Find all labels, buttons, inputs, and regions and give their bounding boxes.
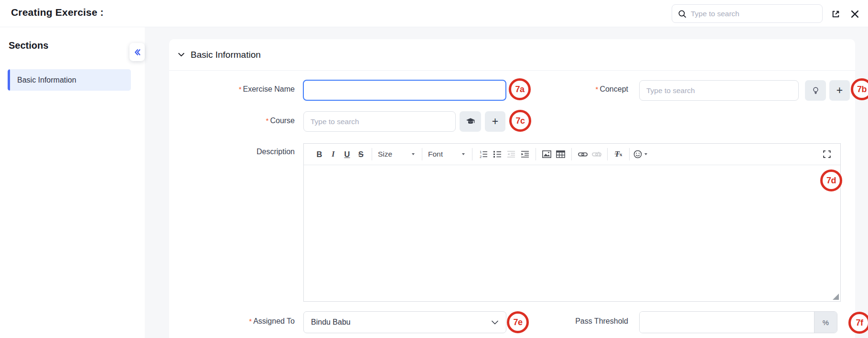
description-editor: B I U S Size Font 1 [303,143,841,302]
close-icon [851,10,859,18]
editor-toolbar: B I U S Size Font 1 [304,144,840,165]
concept-suggest-button[interactable] [805,80,826,101]
numbered-list-button[interactable]: 1 2 [476,147,490,161]
required-marker: * [239,85,242,93]
page-title: Creating Exercise : [11,7,104,18]
required-marker: * [249,317,252,325]
assigned-to-value: Bindu Babu [311,318,351,327]
sidebar-item-label: Basic Information [10,76,76,84]
toolbar-separator [472,148,472,160]
open-in-new-icon [831,9,841,19]
italic-button[interactable]: I [326,147,340,161]
pass-threshold-group: % [639,311,837,333]
maximize-editor-button[interactable] [820,147,834,161]
sidebar-item-basic-information[interactable]: Basic Information [8,69,131,91]
annotation-7f: 7f [848,312,868,334]
course-badge-icon [466,117,475,126]
annotation-7a: 7a [509,78,531,100]
toolbar-separator [571,148,572,160]
caret-down-icon [462,153,465,155]
chevron-down-icon [492,320,498,325]
emoji-button[interactable] [633,147,647,161]
section-title: Basic Information [191,50,261,60]
section-header-basic-information[interactable]: Basic Information [169,39,855,71]
collapse-sidebar-button[interactable] [129,43,145,61]
remove-format-button[interactable]: Tx [611,147,625,161]
description-label: Description [257,148,295,156]
unlink-icon [592,151,601,158]
description-editing-area[interactable] [304,165,840,301]
annotation-7b: 7b [851,78,868,100]
toolbar-separator [372,148,372,160]
pass-threshold-input[interactable] [640,312,814,333]
creating-exercise-modal: Creating Exercise : Sections [0,0,868,338]
numbered-list-icon: 1 2 [479,150,488,158]
insert-table-button[interactable] [554,147,568,161]
concept-label: *Concept [596,85,628,94]
insert-image-button[interactable] [540,147,554,161]
plus-icon: + [836,85,843,96]
font-family-dropdown[interactable]: Font [426,147,468,161]
course-label: *Course [266,116,295,125]
pass-threshold-label: Pass Threshold [575,317,628,326]
search-icon [678,10,686,18]
double-chevron-left-icon [133,48,142,57]
annotation-7d: 7d [820,169,842,191]
bulleted-list-button[interactable] [490,147,504,161]
image-icon [542,150,551,158]
header-search [672,4,823,23]
assigned-to-select[interactable]: Bindu Babu [303,311,506,333]
close-button[interactable] [847,7,862,21]
emoji-icon [633,150,642,158]
browse-courses-button[interactable] [460,111,481,132]
open-in-new-button[interactable] [828,7,843,21]
sidebar-heading: Sections [9,40,48,51]
link-icon [578,151,588,158]
outdent-icon [507,150,515,158]
toolbar-separator [629,148,630,160]
toolbar-separator [422,148,422,160]
add-concept-button[interactable]: + [829,80,850,101]
exercise-name-input[interactable] [303,80,506,101]
chevron-down-icon [177,51,185,59]
required-marker: * [266,116,269,125]
add-course-button[interactable]: + [485,111,505,132]
percent-suffix: % [814,312,837,333]
maximize-icon [823,150,831,158]
basic-information-card: Basic Information *Exercise Name *Concep… [169,39,855,338]
caret-down-icon [644,153,647,155]
svg-text:2: 2 [480,155,482,158]
strikethrough-button[interactable]: S [354,147,368,161]
assigned-to-label: *Assigned To [249,317,295,326]
insert-link-button[interactable] [576,147,589,161]
svg-text:1: 1 [480,150,482,154]
lightbulb-icon [812,86,820,95]
font-size-dropdown[interactable]: Size [376,147,418,161]
plus-icon: + [492,116,498,127]
editor-resize-handle[interactable] [833,294,839,300]
indent-icon [521,150,529,158]
concept-search-input[interactable] [639,80,799,101]
course-search-input[interactable] [303,111,456,132]
exercise-name-label: *Exercise Name [239,85,295,94]
bulleted-list-icon [493,150,502,158]
annotation-7e: 7e [507,311,529,333]
header-search-input[interactable] [691,10,816,18]
required-marker: * [596,85,599,93]
table-icon [556,150,565,158]
annotation-7c: 7c [509,110,531,132]
toolbar-separator [607,148,608,160]
top-bar: Creating Exercise : [0,0,868,27]
toolbar-separator [536,148,536,160]
bold-button[interactable]: B [312,147,326,161]
underline-button[interactable]: U [340,147,354,161]
decrease-indent-button[interactable] [504,147,518,161]
increase-indent-button[interactable] [518,147,532,161]
sections-sidebar: Sections Basic Information [0,27,145,338]
unlink-button[interactable] [589,147,603,161]
caret-down-icon [412,153,415,155]
